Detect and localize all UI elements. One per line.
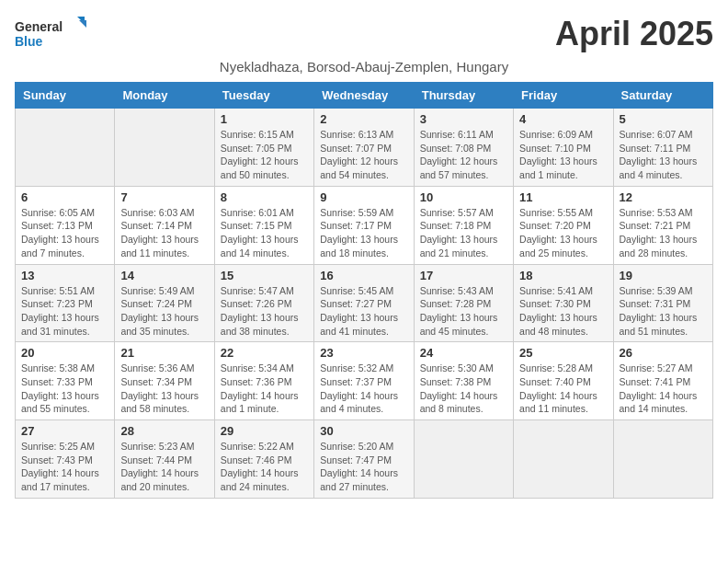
day-number: 26 (620, 346, 707, 360)
day-info: Sunrise: 5:49 AMSunset: 7:24 PMDaylight:… (120, 284, 208, 339)
calendar-cell: 19Sunrise: 5:39 AMSunset: 7:31 PMDayligh… (613, 264, 712, 342)
calendar-cell: 13Sunrise: 5:51 AMSunset: 7:23 PMDayligh… (16, 264, 115, 342)
day-info: Sunrise: 5:47 AMSunset: 7:26 PMDaylight:… (221, 284, 308, 339)
col-header-monday: Monday (115, 83, 214, 109)
month-title: April 2025 (555, 15, 713, 53)
day-info: Sunrise: 5:59 AMSunset: 7:17 PMDaylight:… (320, 206, 407, 260)
day-info: Sunrise: 6:07 AMSunset: 7:11 PMDaylight:… (620, 128, 707, 182)
day-number: 27 (21, 424, 108, 438)
calendar-table: SundayMondayTuesdayWednesdayThursdayFrid… (15, 82, 713, 499)
day-number: 11 (519, 190, 607, 204)
day-info: Sunrise: 5:55 AMSunset: 7:20 PMDaylight:… (519, 206, 607, 260)
calendar-cell: 2Sunrise: 6:13 AMSunset: 7:07 PMDaylight… (314, 109, 414, 187)
calendar-cell: 11Sunrise: 5:55 AMSunset: 7:20 PMDayligh… (514, 186, 613, 264)
col-header-thursday: Thursday (414, 83, 513, 109)
calendar-cell: 24Sunrise: 5:30 AMSunset: 7:38 PMDayligh… (414, 342, 513, 420)
day-number: 24 (420, 346, 507, 360)
day-number: 20 (21, 346, 108, 360)
calendar-cell: 23Sunrise: 5:32 AMSunset: 7:37 PMDayligh… (314, 342, 414, 420)
calendar-cell: 29Sunrise: 5:22 AMSunset: 7:46 PMDayligh… (214, 420, 313, 499)
day-number: 16 (320, 269, 407, 282)
day-info: Sunrise: 5:34 AMSunset: 7:36 PMDaylight:… (221, 362, 308, 416)
day-info: Sunrise: 5:51 AMSunset: 7:23 PMDaylight:… (21, 284, 108, 339)
calendar-cell: 21Sunrise: 5:36 AMSunset: 7:34 PMDayligh… (115, 342, 214, 420)
calendar-cell (414, 420, 513, 499)
day-info: Sunrise: 5:57 AMSunset: 7:18 PMDaylight:… (420, 206, 507, 260)
col-header-wednesday: Wednesday (314, 83, 414, 109)
calendar-cell: 14Sunrise: 5:49 AMSunset: 7:24 PMDayligh… (115, 264, 214, 342)
calendar-cell (115, 109, 214, 187)
day-info: Sunrise: 6:11 AMSunset: 7:08 PMDaylight:… (420, 128, 507, 182)
day-info: Sunrise: 6:05 AMSunset: 7:13 PMDaylight:… (21, 206, 108, 260)
day-number: 29 (221, 424, 308, 438)
day-info: Sunrise: 5:20 AMSunset: 7:47 PMDaylight:… (320, 440, 407, 494)
day-info: Sunrise: 5:45 AMSunset: 7:27 PMDaylight:… (320, 284, 407, 339)
col-header-saturday: Saturday (613, 83, 712, 109)
day-number: 17 (420, 269, 507, 282)
day-number: 12 (620, 190, 707, 204)
col-header-friday: Friday (514, 83, 613, 109)
day-info: Sunrise: 5:38 AMSunset: 7:33 PMDaylight:… (21, 362, 108, 416)
logo: General Blue (15, 15, 88, 55)
day-number: 10 (420, 190, 507, 204)
day-info: Sunrise: 5:36 AMSunset: 7:34 PMDaylight:… (120, 362, 208, 416)
day-info: Sunrise: 5:30 AMSunset: 7:38 PMDaylight:… (420, 362, 507, 416)
calendar-cell: 1Sunrise: 6:15 AMSunset: 7:05 PMDaylight… (214, 109, 313, 187)
calendar-cell (514, 420, 613, 499)
day-info: Sunrise: 5:28 AMSunset: 7:40 PMDaylight:… (519, 362, 607, 416)
svg-text:General: General (15, 19, 63, 34)
day-number: 9 (320, 190, 407, 204)
day-info: Sunrise: 5:32 AMSunset: 7:37 PMDaylight:… (320, 362, 407, 416)
day-info: Sunrise: 6:09 AMSunset: 7:10 PMDaylight:… (519, 128, 607, 182)
day-info: Sunrise: 5:27 AMSunset: 7:41 PMDaylight:… (620, 362, 707, 416)
calendar-cell: 10Sunrise: 5:57 AMSunset: 7:18 PMDayligh… (414, 186, 513, 264)
day-info: Sunrise: 5:23 AMSunset: 7:44 PMDaylight:… (120, 440, 208, 494)
day-number: 13 (21, 269, 108, 282)
day-number: 7 (120, 190, 208, 204)
calendar-cell: 5Sunrise: 6:07 AMSunset: 7:11 PMDaylight… (613, 109, 712, 187)
day-number: 23 (320, 346, 407, 360)
day-number: 19 (620, 269, 707, 282)
calendar-cell: 25Sunrise: 5:28 AMSunset: 7:40 PMDayligh… (514, 342, 613, 420)
day-info: Sunrise: 5:53 AMSunset: 7:21 PMDaylight:… (620, 206, 707, 260)
day-info: Sunrise: 5:39 AMSunset: 7:31 PMDaylight:… (620, 284, 707, 339)
svg-marker-3 (79, 20, 86, 28)
calendar-cell: 6Sunrise: 6:05 AMSunset: 7:13 PMDaylight… (16, 186, 115, 264)
calendar-cell: 12Sunrise: 5:53 AMSunset: 7:21 PMDayligh… (613, 186, 712, 264)
day-info: Sunrise: 5:41 AMSunset: 7:30 PMDaylight:… (519, 284, 607, 339)
day-info: Sunrise: 6:15 AMSunset: 7:05 PMDaylight:… (221, 128, 308, 182)
day-info: Sunrise: 5:22 AMSunset: 7:46 PMDaylight:… (221, 440, 308, 494)
calendar-cell: 20Sunrise: 5:38 AMSunset: 7:33 PMDayligh… (16, 342, 115, 420)
calendar-cell: 7Sunrise: 6:03 AMSunset: 7:14 PMDaylight… (115, 186, 214, 264)
day-number: 3 (420, 112, 507, 126)
day-number: 28 (120, 424, 208, 438)
day-number: 8 (221, 190, 308, 204)
day-number: 6 (21, 190, 108, 204)
calendar-cell: 8Sunrise: 6:01 AMSunset: 7:15 PMDaylight… (214, 186, 313, 264)
calendar-cell: 3Sunrise: 6:11 AMSunset: 7:08 PMDaylight… (414, 109, 513, 187)
calendar-cell: 15Sunrise: 5:47 AMSunset: 7:26 PMDayligh… (214, 264, 313, 342)
day-info: Sunrise: 6:13 AMSunset: 7:07 PMDaylight:… (320, 128, 407, 182)
calendar-cell: 26Sunrise: 5:27 AMSunset: 7:41 PMDayligh… (613, 342, 712, 420)
calendar-cell (613, 420, 712, 499)
calendar-cell: 4Sunrise: 6:09 AMSunset: 7:10 PMDaylight… (514, 109, 613, 187)
day-number: 15 (221, 269, 308, 282)
calendar-cell: 28Sunrise: 5:23 AMSunset: 7:44 PMDayligh… (115, 420, 214, 499)
day-number: 2 (320, 112, 407, 126)
calendar-cell (16, 109, 115, 187)
calendar-cell: 22Sunrise: 5:34 AMSunset: 7:36 PMDayligh… (214, 342, 313, 420)
day-info: Sunrise: 6:01 AMSunset: 7:15 PMDaylight:… (221, 206, 308, 260)
col-header-sunday: Sunday (16, 83, 115, 109)
day-number: 5 (620, 112, 707, 126)
svg-text:Blue: Blue (15, 34, 43, 49)
day-number: 1 (221, 112, 308, 126)
day-number: 18 (519, 269, 607, 282)
calendar-cell: 9Sunrise: 5:59 AMSunset: 7:17 PMDaylight… (314, 186, 414, 264)
calendar-subtitle: Nyekladhaza, Borsod-Abauj-Zemplen, Hunga… (15, 59, 713, 75)
calendar-cell: 30Sunrise: 5:20 AMSunset: 7:47 PMDayligh… (314, 420, 414, 499)
day-info: Sunrise: 6:03 AMSunset: 7:14 PMDaylight:… (120, 206, 208, 260)
calendar-cell: 17Sunrise: 5:43 AMSunset: 7:28 PMDayligh… (414, 264, 513, 342)
day-number: 4 (519, 112, 607, 126)
day-number: 14 (120, 269, 208, 282)
calendar-cell: 18Sunrise: 5:41 AMSunset: 7:30 PMDayligh… (514, 264, 613, 342)
